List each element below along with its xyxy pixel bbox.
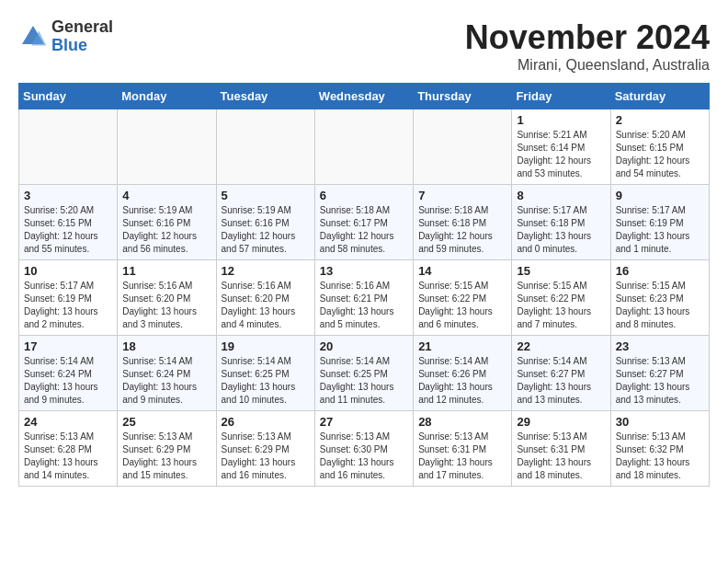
day-number: 23 bbox=[616, 339, 704, 353]
day-info-text: Sunrise: 5:15 AM Sunset: 6:22 PM Dayligh… bbox=[418, 280, 506, 331]
day-info-text: Sunrise: 5:13 AM Sunset: 6:31 PM Dayligh… bbox=[517, 431, 605, 482]
calendar-week-row: 17Sunrise: 5:14 AM Sunset: 6:24 PM Dayli… bbox=[19, 336, 710, 411]
calendar-week-row: 1Sunrise: 5:21 AM Sunset: 6:14 PM Daylig… bbox=[19, 109, 710, 185]
calendar-cell: 14Sunrise: 5:15 AM Sunset: 6:22 PM Dayli… bbox=[414, 260, 512, 336]
day-info-text: Sunrise: 5:14 AM Sunset: 6:24 PM Dayligh… bbox=[122, 355, 210, 407]
calendar-header-row: SundayMondayTuesdayWednesdayThursdayFrid… bbox=[19, 84, 710, 109]
calendar-cell bbox=[314, 109, 413, 185]
day-number: 22 bbox=[517, 339, 605, 353]
calendar-week-row: 10Sunrise: 5:17 AM Sunset: 6:19 PM Dayli… bbox=[19, 260, 710, 336]
day-number: 18 bbox=[122, 339, 210, 353]
day-number: 1 bbox=[517, 113, 605, 127]
calendar-cell: 24Sunrise: 5:13 AM Sunset: 6:28 PM Dayli… bbox=[19, 411, 118, 487]
logo: General Blue bbox=[18, 18, 113, 55]
day-info-text: Sunrise: 5:13 AM Sunset: 6:30 PM Dayligh… bbox=[320, 431, 408, 482]
calendar-cell: 1Sunrise: 5:21 AM Sunset: 6:14 PM Daylig… bbox=[512, 109, 610, 185]
title-area: November 2024 Mirani, Queensland, Austra… bbox=[465, 18, 710, 74]
day-number: 30 bbox=[616, 415, 704, 429]
calendar-cell: 2Sunrise: 5:20 AM Sunset: 6:15 PM Daylig… bbox=[610, 109, 709, 185]
weekday-header-sunday: Sunday bbox=[19, 84, 118, 109]
day-number: 6 bbox=[320, 189, 408, 202]
calendar-cell bbox=[19, 109, 118, 185]
day-info-text: Sunrise: 5:17 AM Sunset: 6:18 PM Dayligh… bbox=[517, 204, 605, 256]
day-number: 17 bbox=[24, 339, 112, 353]
calendar-cell: 17Sunrise: 5:14 AM Sunset: 6:24 PM Dayli… bbox=[19, 336, 118, 411]
day-info-text: Sunrise: 5:19 AM Sunset: 6:16 PM Dayligh… bbox=[122, 204, 210, 256]
day-number: 27 bbox=[320, 415, 408, 429]
calendar-cell: 20Sunrise: 5:14 AM Sunset: 6:25 PM Dayli… bbox=[314, 336, 413, 411]
calendar-week-row: 3Sunrise: 5:20 AM Sunset: 6:15 PM Daylig… bbox=[19, 185, 710, 260]
calendar-cell: 12Sunrise: 5:16 AM Sunset: 6:20 PM Dayli… bbox=[216, 260, 314, 336]
day-info-text: Sunrise: 5:14 AM Sunset: 6:26 PM Dayligh… bbox=[418, 355, 506, 407]
day-info-text: Sunrise: 5:13 AM Sunset: 6:28 PM Dayligh… bbox=[24, 431, 112, 482]
day-number: 16 bbox=[616, 264, 704, 278]
day-info-text: Sunrise: 5:13 AM Sunset: 6:32 PM Dayligh… bbox=[616, 431, 704, 482]
day-info-text: Sunrise: 5:14 AM Sunset: 6:25 PM Dayligh… bbox=[222, 355, 310, 407]
calendar-cell: 22Sunrise: 5:14 AM Sunset: 6:27 PM Dayli… bbox=[512, 336, 610, 411]
day-number: 3 bbox=[24, 189, 112, 202]
calendar-cell: 6Sunrise: 5:18 AM Sunset: 6:17 PM Daylig… bbox=[314, 185, 413, 260]
day-number: 24 bbox=[24, 415, 112, 429]
weekday-header-wednesday: Wednesday bbox=[314, 84, 413, 109]
day-number: 8 bbox=[517, 189, 605, 202]
calendar-table: SundayMondayTuesdayWednesdayThursdayFrid… bbox=[18, 83, 710, 487]
day-info-text: Sunrise: 5:20 AM Sunset: 6:15 PM Dayligh… bbox=[24, 204, 112, 256]
day-number: 2 bbox=[616, 113, 704, 127]
month-title: November 2024 bbox=[465, 18, 710, 57]
day-number: 29 bbox=[517, 415, 605, 429]
day-info-text: Sunrise: 5:16 AM Sunset: 6:21 PM Dayligh… bbox=[320, 280, 408, 331]
day-number: 9 bbox=[616, 189, 704, 202]
calendar-cell: 18Sunrise: 5:14 AM Sunset: 6:24 PM Dayli… bbox=[118, 336, 216, 411]
day-info-text: Sunrise: 5:13 AM Sunset: 6:27 PM Dayligh… bbox=[616, 355, 704, 407]
logo-general-text: General bbox=[51, 18, 113, 37]
calendar-cell: 3Sunrise: 5:20 AM Sunset: 6:15 PM Daylig… bbox=[19, 185, 118, 260]
day-info-text: Sunrise: 5:14 AM Sunset: 6:27 PM Dayligh… bbox=[517, 355, 605, 407]
day-number: 12 bbox=[222, 264, 310, 278]
calendar-cell: 25Sunrise: 5:13 AM Sunset: 6:29 PM Dayli… bbox=[118, 411, 216, 487]
calendar-cell: 28Sunrise: 5:13 AM Sunset: 6:31 PM Dayli… bbox=[414, 411, 512, 487]
day-number: 25 bbox=[122, 415, 210, 429]
day-number: 21 bbox=[418, 339, 506, 353]
calendar-cell: 15Sunrise: 5:15 AM Sunset: 6:22 PM Dayli… bbox=[512, 260, 610, 336]
weekday-header-monday: Monday bbox=[118, 84, 216, 109]
calendar-cell: 19Sunrise: 5:14 AM Sunset: 6:25 PM Dayli… bbox=[216, 336, 314, 411]
day-info-text: Sunrise: 5:18 AM Sunset: 6:17 PM Dayligh… bbox=[320, 204, 408, 256]
weekday-header-tuesday: Tuesday bbox=[216, 84, 314, 109]
calendar-cell: 9Sunrise: 5:17 AM Sunset: 6:19 PM Daylig… bbox=[610, 185, 709, 260]
calendar-cell: 23Sunrise: 5:13 AM Sunset: 6:27 PM Dayli… bbox=[610, 336, 709, 411]
calendar-cell bbox=[118, 109, 216, 185]
day-info-text: Sunrise: 5:13 AM Sunset: 6:29 PM Dayligh… bbox=[122, 431, 210, 482]
day-number: 20 bbox=[320, 339, 408, 353]
day-info-text: Sunrise: 5:16 AM Sunset: 6:20 PM Dayligh… bbox=[122, 280, 210, 331]
location-subtitle: Mirani, Queensland, Australia bbox=[465, 57, 710, 74]
day-number: 14 bbox=[418, 264, 506, 278]
day-number: 28 bbox=[418, 415, 506, 429]
day-info-text: Sunrise: 5:19 AM Sunset: 6:16 PM Dayligh… bbox=[222, 204, 310, 256]
calendar-cell: 27Sunrise: 5:13 AM Sunset: 6:30 PM Dayli… bbox=[314, 411, 413, 487]
day-number: 13 bbox=[320, 264, 408, 278]
day-info-text: Sunrise: 5:14 AM Sunset: 6:25 PM Dayligh… bbox=[320, 355, 408, 407]
calendar-cell: 21Sunrise: 5:14 AM Sunset: 6:26 PM Dayli… bbox=[414, 336, 512, 411]
calendar-week-row: 24Sunrise: 5:13 AM Sunset: 6:28 PM Dayli… bbox=[19, 411, 710, 487]
day-number: 5 bbox=[222, 189, 310, 202]
day-number: 19 bbox=[222, 339, 310, 353]
calendar-cell: 11Sunrise: 5:16 AM Sunset: 6:20 PM Dayli… bbox=[118, 260, 216, 336]
calendar-cell bbox=[414, 109, 512, 185]
day-info-text: Sunrise: 5:16 AM Sunset: 6:20 PM Dayligh… bbox=[222, 280, 310, 331]
day-info-text: Sunrise: 5:21 AM Sunset: 6:14 PM Dayligh… bbox=[517, 129, 605, 180]
calendar-cell: 10Sunrise: 5:17 AM Sunset: 6:19 PM Dayli… bbox=[19, 260, 118, 336]
day-info-text: Sunrise: 5:17 AM Sunset: 6:19 PM Dayligh… bbox=[24, 280, 112, 331]
day-info-text: Sunrise: 5:13 AM Sunset: 6:31 PM Dayligh… bbox=[418, 431, 506, 482]
calendar-cell: 8Sunrise: 5:17 AM Sunset: 6:18 PM Daylig… bbox=[512, 185, 610, 260]
weekday-header-friday: Friday bbox=[512, 84, 610, 109]
day-info-text: Sunrise: 5:17 AM Sunset: 6:19 PM Dayligh… bbox=[616, 204, 704, 256]
day-number: 10 bbox=[24, 264, 112, 278]
day-info-text: Sunrise: 5:15 AM Sunset: 6:23 PM Dayligh… bbox=[616, 280, 704, 331]
logo-blue-text: Blue bbox=[51, 37, 113, 55]
calendar-cell bbox=[216, 109, 314, 185]
weekday-header-saturday: Saturday bbox=[610, 84, 709, 109]
day-info-text: Sunrise: 5:13 AM Sunset: 6:29 PM Dayligh… bbox=[222, 431, 310, 482]
day-number: 11 bbox=[122, 264, 210, 278]
calendar-cell: 30Sunrise: 5:13 AM Sunset: 6:32 PM Dayli… bbox=[610, 411, 709, 487]
calendar-cell: 16Sunrise: 5:15 AM Sunset: 6:23 PM Dayli… bbox=[610, 260, 709, 336]
